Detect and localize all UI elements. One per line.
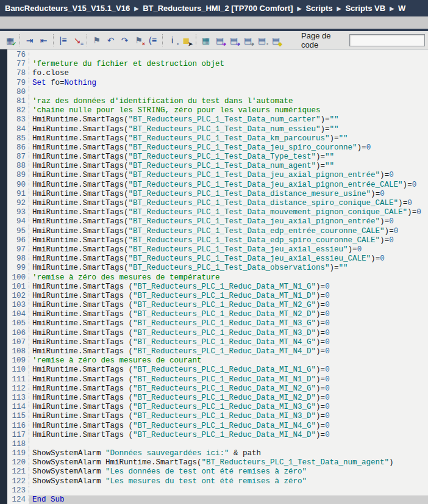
code-line[interactable]: 112HmiRuntime.SmartTags ("BT_Reducteurs_… <box>7 384 428 394</box>
undo-icon[interactable]: ↶ <box>104 33 118 47</box>
code-line-text[interactable]: HmiRuntime.SmartTags ("BT_Reducteurs_PLC… <box>29 384 428 394</box>
code-line[interactable]: 97HmiRuntime.SmartTags("BT_Reducteurs_PL… <box>7 245 428 254</box>
code-line[interactable]: 120ShowSystemAlarm HmiRuntime.SmartTags(… <box>7 458 428 467</box>
code-line-text[interactable]: HmiRuntime.SmartTags ("BT_Reducteurs_PLC… <box>29 365 428 375</box>
code-line-text[interactable]: HmiRuntime.SmartTags ("BT_Reducteurs_PLC… <box>29 329 428 338</box>
indent-left-icon[interactable]: ⇤ <box>37 33 51 47</box>
code-line[interactable]: 117HmiRuntime.SmartTags ("BT_Reducteurs_… <box>7 431 428 440</box>
page-code-combobox[interactable] <box>349 34 425 46</box>
code-line[interactable]: 92HmiRuntime.SmartTags("BT_Reducteurs_PL… <box>7 199 428 208</box>
export-tags-icon[interactable]: ▤➔ <box>213 33 227 47</box>
code-line-text[interactable]: HmiRuntime.SmartTags ("BT_Reducteurs_PLC… <box>29 394 428 403</box>
code-line-text[interactable]: HmiRuntime.SmartTags ("BT_Reducteurs_PLC… <box>29 319 428 328</box>
code-line[interactable]: 82'chaîne nulle pour les STRING, zéro po… <box>7 106 428 115</box>
code-line-text[interactable] <box>29 51 428 60</box>
code-line-text[interactable]: HmiRuntime.SmartTags ("BT_Reducteurs_PLC… <box>29 412 428 421</box>
code-line[interactable]: 99HmiRuntime.SmartTags("BT_Reducteurs_PL… <box>7 264 428 273</box>
breadcrumb-item[interactable]: W <box>398 4 405 13</box>
code-line-text[interactable]: HmiRuntime.SmartTags ("BT_Reducteurs_PLC… <box>29 347 428 356</box>
db-sync-icon[interactable]: ▤◆ <box>269 33 283 47</box>
code-line-text[interactable]: HmiRuntime.SmartTags ("BT_Reducteurs_PLC… <box>29 301 428 310</box>
code-line[interactable]: 90HmiRuntime.SmartTags("BT_Reducteurs_PL… <box>7 181 428 190</box>
code-line[interactable]: 86HmiRuntime.SmartTags("BT_Reducteurs_PL… <box>7 143 428 153</box>
breadcrumb-item[interactable]: BT_Reducteurs_HMI_2 [TP700 Comfort] <box>143 4 293 13</box>
code-line-text[interactable]: HmiRuntime.SmartTags("BT_Reducteurs_PLC_… <box>29 115 428 124</box>
code-line[interactable]: 100'remise à zéro des mesures de tempéra… <box>7 273 428 283</box>
code-line-text[interactable]: HmiRuntime.SmartTags("BT_Reducteurs_PLC_… <box>29 245 428 254</box>
code-line[interactable]: 84HmiRuntime.SmartTags("BT_Reducteurs_PL… <box>7 125 428 134</box>
code-line-text[interactable]: HmiRuntime.SmartTags("BT_Reducteurs_PLC_… <box>29 162 428 171</box>
code-line[interactable]: 79Set fo=Nothing <box>7 79 428 88</box>
code-line-text[interactable]: HmiRuntime.SmartTags ("BT_Reducteurs_PLC… <box>29 422 428 431</box>
code-line[interactable]: 118 <box>7 440 428 449</box>
code-line-text[interactable]: 'chaîne nulle pour les STRING, zéro pour… <box>29 106 428 115</box>
code-line[interactable]: 109'remise à zéro des mesures de courant <box>7 356 428 365</box>
breadcrumb-item[interactable]: Scripts <box>305 4 332 13</box>
copy-window-icon[interactable]: ▤▪ <box>255 33 269 47</box>
indent-right-icon[interactable]: ⇥ <box>23 33 37 47</box>
code-line[interactable]: 98HmiRuntime.SmartTags("BT_Reducteurs_PL… <box>7 254 428 264</box>
code-line[interactable]: 104HmiRuntime.SmartTags ("BT_Reducteurs_… <box>7 310 428 319</box>
code-line-text[interactable]: HmiRuntime.SmartTags("BT_Reducteurs_PLC_… <box>29 208 428 217</box>
goto-line-icon[interactable]: (≡ <box>146 33 160 47</box>
code-line[interactable]: 111HmiRuntime.SmartTags ("BT_Reducteurs_… <box>7 375 428 384</box>
code-line-text[interactable]: HmiRuntime.SmartTags("BT_Reducteurs_PLC_… <box>29 199 428 208</box>
code-line[interactable]: 89HmiRuntime.SmartTags("BT_Reducteurs_PL… <box>7 171 428 180</box>
export-file-icon[interactable]: ▤➔ <box>241 33 255 47</box>
code-line-text[interactable]: 'raz des données d'identification du tes… <box>29 97 428 106</box>
code-line-text[interactable]: 'remise à zéro des mesures de courant <box>29 356 428 365</box>
code-line-text[interactable]: ShowSystemAlarm HmiRuntime.SmartTags("BT… <box>29 458 428 467</box>
open-folder-icon[interactable]: ◼➤ <box>179 33 193 47</box>
code-line-text[interactable]: HmiRuntime.SmartTags("BT_Reducteurs_PLC_… <box>29 181 428 190</box>
sync-grid-icon[interactable]: ▦ <box>199 33 213 47</box>
code-line[interactable]: 101HmiRuntime.SmartTags ("BT_Reducteurs_… <box>7 283 428 292</box>
code-line-text[interactable]: HmiRuntime.SmartTags ("BT_Reducteurs_PLC… <box>29 292 428 301</box>
bookmark-icon[interactable]: ⚑ <box>90 33 104 47</box>
code-line[interactable]: 121ShowSystemAlarm "Les données de test … <box>7 467 428 477</box>
code-line-text[interactable]: HmiRuntime.SmartTags ("BT_Reducteurs_PLC… <box>29 403 428 412</box>
code-line[interactable]: 113HmiRuntime.SmartTags ("BT_Reducteurs_… <box>7 394 428 403</box>
code-line[interactable]: 108HmiRuntime.SmartTags ("BT_Reducteurs_… <box>7 347 428 356</box>
code-line[interactable]: 106HmiRuntime.SmartTags ("BT_Reducteurs_… <box>7 329 428 338</box>
delete-bookmark-icon[interactable]: ⚑× <box>132 33 146 47</box>
field-info-icon[interactable]: i▪ <box>165 33 179 47</box>
code-line[interactable]: 114HmiRuntime.SmartTags ("BT_Reducteurs_… <box>7 403 428 412</box>
code-line-text[interactable]: 'fermeture du fichier et destruction obj… <box>29 60 428 69</box>
code-line-text[interactable]: Set fo=Nothing <box>29 79 428 88</box>
code-line[interactable]: 115HmiRuntime.SmartTags ("BT_Reducteurs_… <box>7 412 428 421</box>
compile-check-icon[interactable]: ▦✓ <box>3 33 17 47</box>
code-line-text[interactable]: HmiRuntime.SmartTags("BT_Reducteurs_PLC_… <box>29 264 428 273</box>
code-line[interactable]: 77'fermeture du fichier et destruction o… <box>7 60 428 69</box>
import-tags-icon[interactable]: ▤➔ <box>227 33 241 47</box>
code-line[interactable]: 124End Sub <box>7 495 428 504</box>
code-line-text[interactable]: HmiRuntime.SmartTags("BT_Reducteurs_PLC_… <box>29 171 428 180</box>
breadcrumb-item[interactable]: Scripts VB <box>345 4 385 13</box>
code-editor[interactable]: 7677'fermeture du fichier et destruction… <box>0 49 428 504</box>
code-line[interactable]: 102HmiRuntime.SmartTags ("BT_Reducteurs_… <box>7 292 428 301</box>
code-line-text[interactable]: HmiRuntime.SmartTags ("BT_Reducteurs_PLC… <box>29 310 428 319</box>
code-line[interactable]: 96HmiRuntime.SmartTags("BT_Reducteurs_PL… <box>7 236 428 245</box>
code-line[interactable]: 110HmiRuntime.SmartTags ("BT_Reducteurs_… <box>7 365 428 375</box>
code-line-text[interactable]: ShowSystemAlarm "Les mesures du test ont… <box>29 477 428 486</box>
code-line-text[interactable]: HmiRuntime.SmartTags("BT_Reducteurs_PLC_… <box>29 190 428 199</box>
code-line-text[interactable]: End Sub <box>29 495 428 504</box>
code-line[interactable]: 103HmiRuntime.SmartTags ("BT_Reducteurs_… <box>7 301 428 310</box>
code-line-text[interactable]: HmiRuntime.SmartTags("BT_Reducteurs_PLC_… <box>29 153 428 162</box>
code-line-text[interactable]: fo.close <box>29 69 428 78</box>
insert-line-icon[interactable]: |≡ <box>56 33 70 47</box>
code-line[interactable]: 80 <box>7 88 428 97</box>
code-line[interactable]: 93HmiRuntime.SmartTags("BT_Reducteurs_PL… <box>7 208 428 217</box>
code-line-text[interactable]: HmiRuntime.SmartTags("BT_Reducteurs_PLC_… <box>29 134 428 143</box>
code-line[interactable]: 81'raz des données d'identification du t… <box>7 97 428 106</box>
code-line-text[interactable]: HmiRuntime.SmartTags ("BT_Reducteurs_PLC… <box>29 283 428 292</box>
redo-icon[interactable]: ↷ <box>118 33 132 47</box>
code-line[interactable]: 123 <box>7 486 428 495</box>
code-line[interactable]: 119ShowSystemAlarm "Données sauvegardées… <box>7 449 428 458</box>
code-line[interactable]: 94HmiRuntime.SmartTags("BT_Reducteurs_PL… <box>7 217 428 226</box>
code-line[interactable]: 87HmiRuntime.SmartTags("BT_Reducteurs_PL… <box>7 153 428 162</box>
code-line-text[interactable]: HmiRuntime.SmartTags ("BT_Reducteurs_PLC… <box>29 375 428 384</box>
code-line-text[interactable]: HmiRuntime.SmartTags("BT_Reducteurs_PLC_… <box>29 236 428 245</box>
code-line[interactable]: 88HmiRuntime.SmartTags("BT_Reducteurs_PL… <box>7 162 428 171</box>
code-line[interactable]: 122ShowSystemAlarm "Les mesures du test … <box>7 477 428 486</box>
code-line-text[interactable]: HmiRuntime.SmartTags("BT_Reducteurs_PLC_… <box>29 125 428 134</box>
